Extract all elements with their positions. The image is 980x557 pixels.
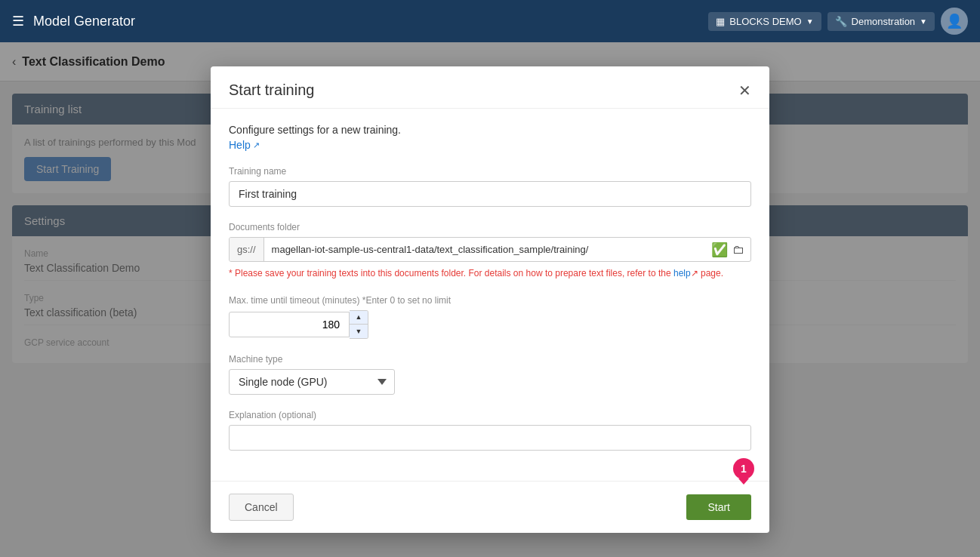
training-name-group: Training name bbox=[229, 166, 751, 207]
timeout-input-row: ▲ ▼ bbox=[229, 310, 380, 339]
machine-type-group: Machine type Single node (GPU) Single no… bbox=[229, 354, 751, 395]
timeout-input[interactable] bbox=[229, 312, 350, 337]
folder-check-icon: ✅ bbox=[711, 242, 728, 258]
modal-description: Configure settings for a new training. bbox=[229, 124, 751, 136]
modal-close-button[interactable]: ✕ bbox=[738, 83, 751, 98]
blocks-demo-chevron-icon: ▼ bbox=[806, 17, 814, 26]
folder-prefix: gs:// bbox=[230, 238, 264, 261]
explanation-input[interactable] bbox=[229, 425, 751, 451]
modal-title: Start training bbox=[229, 82, 314, 99]
folder-path-input[interactable] bbox=[264, 238, 705, 261]
demonstration-label: Demonstration bbox=[852, 16, 916, 27]
cancel-button[interactable]: Cancel bbox=[229, 494, 294, 521]
demonstration-chevron-icon: ▼ bbox=[920, 17, 927, 26]
avatar[interactable]: 👤 bbox=[941, 8, 968, 35]
modal-dialog: Start training ✕ Configure settings for … bbox=[211, 66, 769, 533]
header-right: ▦ BLOCKS DEMO ▼ 🔧 Demonstration ▼ 👤 bbox=[708, 8, 968, 35]
folder-input-row: gs:// ✅ 🗀 bbox=[229, 237, 751, 262]
header: ☰ Model Generator ▦ BLOCKS DEMO ▼ 🔧 Demo… bbox=[0, 0, 980, 42]
avatar-icon: 👤 bbox=[946, 13, 963, 29]
main-content: ‹ Text Classification Demo Training list… bbox=[0, 42, 980, 557]
warning-text-after: page. bbox=[698, 268, 723, 278]
explanation-group: Explanation (optional) bbox=[229, 410, 751, 451]
tooltip-bubble: 1 bbox=[733, 458, 754, 479]
modal-footer: Cancel 1 Start bbox=[211, 481, 769, 533]
help-label: Help bbox=[229, 139, 251, 151]
start-button-wrapper: 1 Start bbox=[686, 494, 751, 520]
start-button[interactable]: Start bbox=[686, 494, 751, 520]
blocks-demo-icon: ▦ bbox=[716, 16, 725, 27]
modal-body: Configure settings for a new training. H… bbox=[211, 109, 769, 481]
app-title: Model Generator bbox=[33, 14, 708, 29]
warning-text: * Please save your training texts into t… bbox=[229, 266, 751, 280]
timeout-increment-button[interactable]: ▲ bbox=[350, 311, 368, 325]
modal-header: Start training ✕ bbox=[211, 66, 769, 109]
blocks-demo-button[interactable]: ▦ BLOCKS DEMO ▼ bbox=[708, 12, 821, 31]
wrench-icon: 🔧 bbox=[835, 16, 847, 27]
timeout-decrement-button[interactable]: ▼ bbox=[350, 325, 368, 338]
explanation-label: Explanation (optional) bbox=[229, 410, 751, 420]
folder-browse-icon[interactable]: 🗀 bbox=[732, 243, 744, 257]
warning-help-link[interactable]: help bbox=[673, 268, 691, 278]
demonstration-button[interactable]: 🔧 Demonstration ▼ bbox=[827, 12, 935, 31]
training-name-label: Training name bbox=[229, 166, 751, 177]
external-link-icon: ↗ bbox=[253, 140, 260, 150]
documents-folder-group: Documents folder gs:// ✅ 🗀 * Please save… bbox=[229, 222, 751, 280]
help-link[interactable]: Help ↗ bbox=[229, 139, 260, 151]
menu-icon[interactable]: ☰ bbox=[12, 13, 24, 29]
blocks-demo-label: BLOCKS DEMO bbox=[729, 16, 801, 27]
timeout-group: Max. time until timeout (minutes) *Enter… bbox=[229, 295, 751, 339]
spinner-buttons: ▲ ▼ bbox=[350, 310, 368, 339]
machine-type-select[interactable]: Single node (GPU) Single node (CPU) Mult… bbox=[229, 369, 395, 395]
external-link-small-icon: ↗ bbox=[691, 268, 698, 278]
warning-text-before: * Please save your training texts into t… bbox=[229, 268, 673, 278]
timeout-label: Max. time until timeout (minutes) *Enter… bbox=[229, 295, 751, 306]
documents-folder-label: Documents folder bbox=[229, 222, 751, 232]
training-name-input[interactable] bbox=[229, 181, 751, 207]
machine-type-label: Machine type bbox=[229, 354, 751, 365]
folder-icons: ✅ 🗀 bbox=[705, 242, 750, 258]
